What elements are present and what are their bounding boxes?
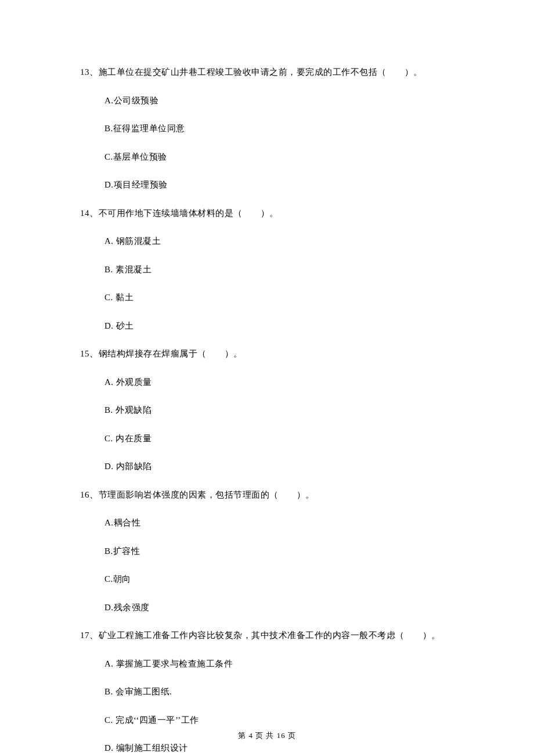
question-stem: 17、矿业工程施工准备工作内容比较复杂，其中技术准备工作的内容一般不考虑（ ）。 [80,629,476,642]
question-option: A.公司级预验 [104,94,476,107]
question-option: B. 素混凝土 [104,263,476,276]
question-option: C. 内在质量 [104,432,476,445]
question-stem: 14、不可用作地下连续墙墙体材料的是（ ）。 [80,207,476,220]
question-option: A. 掌握施工要求与检查施工条件 [104,657,476,671]
question-option: D.残余强度 [104,601,476,614]
question-option: C.朝向 [104,573,476,586]
question-option: C. 完成‘‘四通一平’’工作 [104,714,476,727]
question-option: B.扩容性 [104,545,476,558]
question-stem: 15、钢结构焊接存在焊瘤属于（ ）。 [80,347,476,361]
question-option: B.征得监理单位同意 [104,122,476,135]
question-option: A. 外观质量 [104,376,476,389]
question-option: D.项目经理预验 [104,178,476,192]
question-option: C.基层单位预验 [104,150,476,164]
question-option: C. 黏土 [104,291,476,304]
question-option: B. 会审施工图纸. [104,685,476,699]
document-page: 13、施工单位在提交矿山井巷工程竣工验收申请之前，要完成的工作不包括（ ）。 A… [0,0,534,756]
question-option: A. 钢筋混凝土 [104,235,476,248]
question-option: D. 内部缺陷 [104,460,476,473]
question-stem: 16、节理面影响岩体强度的因素，包括节理面的（ ）。 [80,488,476,502]
question-stem: 13、施工单位在提交矿山井巷工程竣工验收申请之前，要完成的工作不包括（ ）。 [80,66,476,79]
question-option: A.耦合性 [104,516,476,530]
question-option: D. 编制施工组织设计 [104,741,476,755]
question-option: B. 外观缺陷 [104,404,476,417]
question-option: D. 砂土 [104,319,476,333]
page-footer: 第 4 页 共 16 页 [0,730,534,741]
